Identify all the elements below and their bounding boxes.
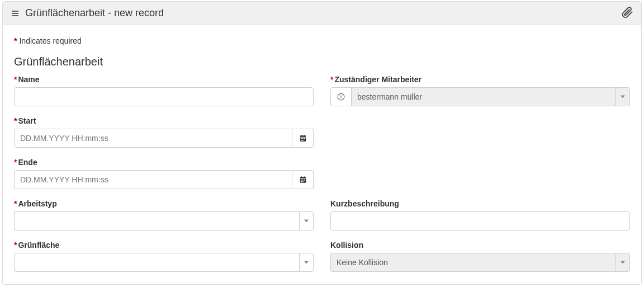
calendar-icon[interactable] bbox=[292, 129, 314, 148]
asterisk-icon: * bbox=[14, 36, 17, 45]
gruenflaeche-select[interactable] bbox=[14, 253, 299, 272]
page-title: Grünflächenarbeit - new record bbox=[25, 7, 164, 19]
chevron-down-icon[interactable] bbox=[299, 211, 314, 230]
record-panel: Grünflächenarbeit - new record *Indicate… bbox=[2, 1, 642, 285]
ende-input[interactable] bbox=[14, 170, 292, 189]
mitarbeiter-dropdown-icon[interactable] bbox=[615, 87, 630, 106]
arbeitstyp-select[interactable] bbox=[14, 211, 299, 230]
kollision-label: Kollision bbox=[330, 241, 630, 250]
name-input[interactable] bbox=[14, 87, 314, 106]
menu-icon[interactable] bbox=[11, 9, 20, 18]
kollision-value: Keine Kollision bbox=[330, 253, 615, 272]
svg-rect-2 bbox=[340, 95, 341, 96]
chevron-down-icon[interactable] bbox=[299, 253, 314, 272]
section-title: Grünflächenarbeit bbox=[3, 55, 641, 72]
kurzbeschreibung-label: Kurzbeschreibung bbox=[330, 199, 630, 208]
info-icon[interactable] bbox=[330, 87, 352, 106]
kurzbeschreibung-input[interactable] bbox=[330, 211, 630, 230]
arbeitstyp-label: *Arbeitstyp bbox=[14, 199, 314, 208]
ende-label: *Ende bbox=[14, 158, 314, 167]
required-note: *Indicates required bbox=[3, 36, 641, 55]
start-label: *Start bbox=[14, 116, 314, 125]
svg-rect-1 bbox=[340, 96, 341, 98]
mitarbeiter-select[interactable]: bestermann müller bbox=[352, 87, 615, 106]
mitarbeiter-label: *Zuständiger Mitarbeiter bbox=[330, 75, 630, 84]
name-label: *Name bbox=[14, 75, 314, 84]
gruenflaeche-label: *Grünfläche bbox=[14, 241, 314, 250]
calendar-icon[interactable] bbox=[292, 170, 314, 189]
attachment-icon[interactable] bbox=[621, 6, 633, 20]
panel-header: Grünflächenarbeit - new record bbox=[3, 2, 641, 25]
chevron-down-icon bbox=[615, 253, 630, 272]
start-input[interactable] bbox=[14, 129, 292, 148]
